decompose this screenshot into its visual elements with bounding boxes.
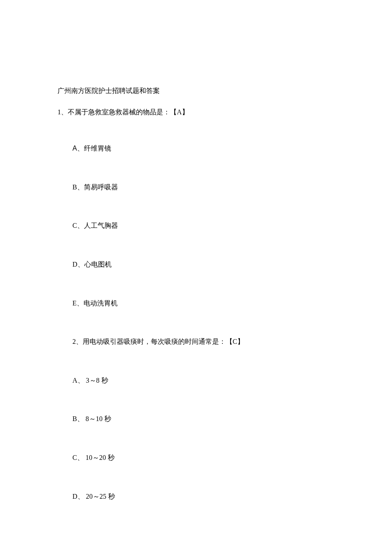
- option-a-letter: A: [72, 145, 77, 152]
- question-2-option-d: D、 20～25 秒: [58, 491, 334, 502]
- question-2-option-a: A、 3～8 秒: [58, 375, 334, 386]
- question-1-option-b: B、简易呼吸器: [58, 182, 334, 193]
- question-2-stem: 2、用电动吸引器吸痰时，每次吸痰的时间通常是：【C】: [58, 336, 334, 347]
- question-2-option-c: C、 10～20 秒: [58, 452, 334, 463]
- option-a-text: 、纤维胃镜: [77, 145, 111, 152]
- question-1-option-c: C、人工气胸器: [58, 220, 334, 231]
- question-1-option-e: E、电动洗胃机: [58, 298, 334, 309]
- question-2-option-b: B、 8～10 秒: [58, 413, 334, 424]
- document-title: 广州南方医院护士招聘试题和答案: [58, 85, 334, 96]
- question-1-option-a: A、纤维胃镜: [58, 143, 334, 154]
- question-1-stem: 1、不属于急救室急救器械的物品是：【A】: [58, 107, 334, 118]
- question-1-option-d: D、心电图机: [58, 259, 334, 270]
